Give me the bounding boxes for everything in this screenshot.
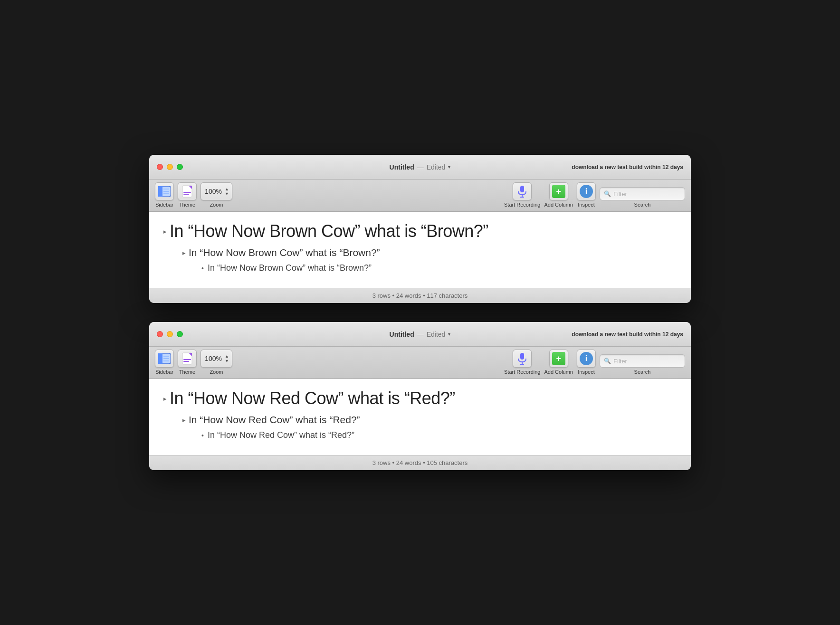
window-2: Untitled — Edited ▾ download a new test … (149, 322, 691, 470)
svg-rect-9 (183, 194, 189, 195)
bullet-1-l3: • (201, 265, 204, 272)
outline-row-2-l1: ▸ In “How Now Red Cow” what is “Red?” (163, 388, 677, 408)
svg-rect-21 (183, 359, 191, 360)
zoom-value-1: 100% (204, 188, 223, 195)
add-column-plus-1: + (552, 185, 565, 198)
zoom-up-arrow-1[interactable]: ▲ (225, 187, 229, 191)
search-placeholder-2: Filter (613, 358, 627, 365)
window-1: Untitled — Edited ▾ download a new test … (149, 155, 691, 303)
window-title-1: Untitled — Edited ▾ (390, 163, 451, 171)
search-label-1: Search (634, 202, 651, 208)
theme-label-2: Theme (179, 369, 195, 375)
search-magnifier-icon-1: 🔍 (604, 190, 611, 197)
title-edited-1: Edited (427, 163, 446, 171)
close-button-1[interactable] (157, 164, 163, 170)
start-recording-button-1[interactable]: Start Recording (504, 182, 540, 208)
add-column-plus-2: + (552, 352, 565, 365)
microphone-icon-2 (517, 352, 527, 365)
sidebar-button-1[interactable]: Sidebar (155, 182, 174, 208)
outline-row-2-l3: • In “How Now Red Cow” what is “Red?” (201, 430, 677, 440)
theme-button-1[interactable]: Theme (178, 182, 197, 208)
traffic-lights-2 (157, 331, 183, 337)
titlebar-2: Untitled — Edited ▾ download a new test … (149, 322, 691, 347)
title-dropdown-arrow-2[interactable]: ▾ (448, 331, 450, 337)
triangle-2-l2[interactable]: ▸ (182, 417, 186, 424)
zoom-down-arrow-2[interactable]: ▼ (225, 359, 229, 363)
search-label-2: Search (634, 369, 651, 375)
add-column-icon-2: + (549, 350, 568, 368)
zoom-down-arrow-1[interactable]: ▼ (225, 192, 229, 196)
microphone-icon-1 (517, 185, 527, 198)
toolbar-1: Sidebar Theme 100% ▲ ▼ (149, 180, 691, 212)
zoom-control-1: 100% ▲ ▼ Zoom (200, 182, 232, 208)
zoom-arrows-2: ▲ ▼ (225, 354, 229, 363)
inspect-label-2: Inspect (578, 369, 594, 375)
zoom-up-arrow-2[interactable]: ▲ (225, 354, 229, 359)
minimize-button-2[interactable] (167, 331, 173, 337)
svg-rect-22 (183, 361, 189, 362)
zoom-input-2[interactable]: 100% ▲ ▼ (200, 350, 232, 368)
zoom-input-1[interactable]: 100% ▲ ▼ (200, 182, 232, 200)
inspect-info-icon-1: i (580, 185, 593, 198)
title-main-2: Untitled (390, 331, 414, 338)
sidebar-label-1: Sidebar (155, 202, 173, 208)
inspect-button-2[interactable]: i Inspect (577, 350, 596, 375)
inspect-icon-2: i (577, 350, 596, 368)
search-magnifier-icon-2: 🔍 (604, 358, 611, 364)
triangle-1-l1[interactable]: ▸ (163, 228, 167, 235)
zoom-label-2: Zoom (210, 369, 223, 375)
traffic-lights-1 (157, 164, 183, 170)
triangle-2-l1[interactable]: ▸ (163, 395, 167, 402)
add-column-button-1[interactable]: + Add Column (544, 182, 573, 208)
minimize-button-1[interactable] (167, 164, 173, 170)
outline-text-2-l1: In “How Now Red Cow” what is “Red?” (170, 388, 455, 408)
maximize-button-2[interactable] (177, 331, 183, 337)
start-recording-button-2[interactable]: Start Recording (504, 350, 540, 375)
search-input-2[interactable]: 🔍 Filter (600, 354, 685, 368)
svg-rect-8 (183, 192, 191, 193)
toolbar-2: Sidebar Theme 100% ▲ ▼ Zoom (149, 347, 691, 379)
title-notice-1: download a new test build within 12 days (572, 164, 683, 170)
inspect-icon-1: i (577, 182, 596, 200)
theme-icon-2 (182, 352, 192, 365)
sidebar-button-icon-2 (155, 350, 174, 368)
outline-text-2-l2: In “How Now Red Cow” what is “Red?” (189, 414, 360, 426)
content-1: ▸ In “How Now Brown Cow” what is “Brown?… (149, 212, 691, 288)
search-field-wrap-1: 🔍 Filter Search (600, 187, 685, 208)
search-field-wrap-2: 🔍 Filter Search (600, 354, 685, 375)
title-edited-2: Edited (427, 331, 446, 338)
svg-rect-23 (520, 353, 524, 360)
sidebar-icon-2 (158, 353, 171, 364)
close-button-2[interactable] (157, 331, 163, 337)
start-recording-icon-1 (513, 182, 532, 200)
add-column-label-2: Add Column (544, 369, 573, 375)
svg-rect-15 (158, 353, 162, 364)
theme-button-icon-2 (178, 350, 197, 368)
add-column-icon-1: + (549, 182, 568, 200)
title-dropdown-arrow-1[interactable]: ▾ (448, 164, 450, 170)
status-text-2: 3 rows • 24 words • 105 characters (372, 459, 468, 466)
add-column-button-2[interactable]: + Add Column (544, 350, 573, 375)
title-main-1: Untitled (390, 163, 414, 171)
sidebar-icon-1 (158, 186, 171, 197)
zoom-control-2: 100% ▲ ▼ Zoom (200, 350, 232, 375)
sidebar-label-2: Sidebar (155, 369, 173, 375)
window-title-2: Untitled — Edited ▾ (390, 331, 451, 338)
inspect-button-1[interactable]: i Inspect (577, 182, 596, 208)
start-recording-label-1: Start Recording (504, 202, 540, 208)
title-separator-1: — (417, 163, 424, 171)
theme-button-2[interactable]: Theme (178, 350, 197, 375)
sidebar-button-2[interactable]: Sidebar (155, 350, 174, 375)
outline-row-1-l1: ▸ In “How Now Brown Cow” what is “Brown?… (163, 221, 677, 241)
theme-button-icon-1 (178, 182, 197, 200)
outline-text-2-l3: In “How Now Red Cow” what is “Red?” (208, 430, 354, 440)
triangle-1-l2[interactable]: ▸ (182, 249, 186, 256)
search-input-1[interactable]: 🔍 Filter (600, 187, 685, 200)
svg-rect-10 (520, 186, 524, 192)
zoom-label-1: Zoom (210, 202, 223, 208)
start-recording-icon-2 (513, 350, 532, 368)
zoom-value-2: 100% (204, 355, 223, 362)
outline-text-1-l3: In “How Now Brown Cow” what is “Brown?” (208, 263, 372, 273)
maximize-button-1[interactable] (177, 164, 183, 170)
content-2: ▸ In “How Now Red Cow” what is “Red?” ▸ … (149, 379, 691, 455)
